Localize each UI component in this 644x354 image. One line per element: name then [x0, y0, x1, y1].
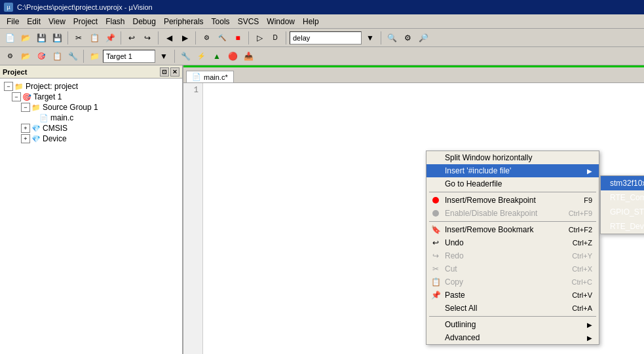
zoom-btn[interactable]: 🔎: [416, 31, 430, 45]
settings-btn[interactable]: ⚙: [400, 31, 415, 45]
ctx-undo[interactable]: ↩ Undo Ctrl+Z: [426, 236, 599, 249]
target-label-input[interactable]: [103, 50, 155, 63]
ctx-paste[interactable]: 📌 Paste Ctrl+V: [426, 289, 599, 302]
expander-target[interactable]: −: [12, 92, 21, 101]
ctx-undo-label: Undo: [445, 238, 464, 247]
expander-device[interactable]: +: [21, 134, 30, 143]
tab-mainc[interactable]: 📄 main.c*: [186, 71, 234, 82]
tb2-btn11[interactable]: 📥: [241, 49, 256, 63]
paste-btn[interactable]: 📌: [103, 31, 117, 45]
target-icon: 🎯: [22, 93, 31, 101]
tb2-btn9[interactable]: ▲: [210, 49, 224, 63]
panel-title: Project: [3, 68, 27, 76]
menu-file[interactable]: File: [3, 16, 23, 27]
app-icon: µ: [4, 3, 13, 12]
menu-help[interactable]: Help: [299, 16, 323, 27]
menu-project[interactable]: Project: [69, 16, 102, 27]
panel-collapse-btn[interactable]: ⊡: [160, 67, 169, 77]
target-input[interactable]: [290, 31, 362, 44]
tb2-btn4[interactable]: 📋: [50, 49, 64, 63]
copy-btn[interactable]: 📋: [87, 31, 102, 45]
ctx-insert-include[interactable]: Insert '#include file' ▶ stm32f10x.h // …: [426, 164, 599, 177]
tree-item-mainc[interactable]: 📄 main.c: [0, 113, 182, 123]
tb2-btn2[interactable]: 📂: [18, 49, 33, 63]
tb2-btn7[interactable]: 🔧: [178, 49, 193, 63]
ctx-insert-label: Insert '#include file': [445, 166, 511, 175]
ctx-select-all[interactable]: Select All Ctrl+A: [426, 302, 599, 315]
ctx-outlining-arrow: ▶: [587, 321, 592, 328]
ctx-advanced[interactable]: Advanced ▶: [426, 331, 599, 344]
menu-view[interactable]: View: [45, 16, 69, 27]
tree-item-project[interactable]: − 📁 Project: project: [0, 81, 182, 92]
green-bar: [183, 65, 644, 67]
tree-item-sourcegroup[interactable]: − 📁 Source Group 1: [0, 102, 182, 113]
menu-edit[interactable]: Edit: [23, 16, 45, 27]
gray-dot-icon: [430, 208, 441, 219]
menu-window[interactable]: Window: [263, 16, 299, 27]
tb2-btn6[interactable]: 📁: [87, 49, 102, 63]
nav-fwd-btn[interactable]: ▶: [178, 31, 192, 45]
cut-btn[interactable]: ✂: [71, 31, 86, 45]
panel-close-btn[interactable]: ✕: [170, 67, 180, 77]
submenu-gpio[interactable]: GPIO_STM32F10x.h // Device:GPIO: [601, 205, 644, 219]
tree-item-device[interactable]: + 💎 Device: [0, 133, 182, 144]
target-label-dropdown[interactable]: ▼: [157, 49, 171, 63]
tb2-btn1[interactable]: ⚙: [3, 49, 17, 63]
target-dropdown-btn[interactable]: ▼: [363, 31, 377, 45]
tree-item-target[interactable]: − 🎯 Target 1: [0, 92, 182, 102]
submenu-rte-device[interactable]: RTE_Device.h // Device:Startup: [601, 219, 644, 234]
open-btn[interactable]: 📂: [18, 31, 33, 45]
save-btn[interactable]: 💾: [34, 31, 48, 45]
submenu-rte-label: RTE_Components.h: [610, 193, 644, 202]
sep2: [121, 31, 121, 44]
tree-label-sourcegroup: Source Group 1: [43, 103, 98, 112]
menu-svcs[interactable]: SVCS: [234, 16, 263, 27]
tb2-btn8[interactable]: ⚡: [194, 49, 208, 63]
rebuild-btn[interactable]: 🔨: [215, 31, 229, 45]
submenu-rte-components[interactable]: RTE_Components.h // Component selection: [601, 190, 644, 205]
ctx-split-window[interactable]: Split Window horizontally: [426, 151, 599, 164]
toolbar-2: ⚙ 📂 🎯 📋 🔧 📁 ▼ 🔧 ⚡ ▲ 🔴 📥: [0, 47, 644, 65]
cut-icon: ✂: [430, 264, 441, 274]
ctx-outlining[interactable]: Outlining ▶: [426, 318, 599, 331]
expander-project[interactable]: −: [4, 82, 13, 91]
expander-cmsis[interactable]: +: [21, 124, 30, 133]
ctx-bookmark[interactable]: 🔖 Insert/Remove Bookmark Ctrl+F2: [426, 223, 599, 236]
search-btn[interactable]: 🔍: [385, 31, 399, 45]
ctx-copy: 📋 Copy Ctrl+C: [426, 275, 599, 289]
submenu-rte-device-label: RTE_Device.h: [610, 222, 644, 231]
undo-btn[interactable]: ↩: [124, 31, 139, 45]
menu-debug[interactable]: Debug: [129, 16, 160, 27]
new-btn[interactable]: 📄: [3, 31, 17, 45]
tree-item-cmsis[interactable]: + 💎 CMSIS: [0, 123, 182, 133]
debug2-btn[interactable]: D: [268, 31, 282, 45]
device-icon: 💎: [31, 135, 41, 143]
tb2-btn5[interactable]: 🔧: [66, 49, 80, 63]
submenu-stm32[interactable]: stm32f10x.h // Device header: [601, 176, 644, 190]
title-text: C:\Projects\poject\project.uvprojx - µVi…: [17, 3, 153, 11]
sep7: [381, 31, 381, 44]
sep4: [195, 31, 196, 44]
nav-back-btn[interactable]: ◀: [162, 31, 176, 45]
panel-header: Project ⊡ ✕: [0, 65, 182, 79]
ctx-outlining-label: Outlining: [445, 320, 476, 329]
tb2-btn3[interactable]: 🎯: [34, 49, 48, 63]
toolbar-1: 📄 📂 💾 💾 ✂ 📋 📌 ↩ ↪ ◀ ▶ ⚙ 🔨 ■ ▷ D ▼ 🔍 ⚙ 🔎: [0, 29, 644, 47]
main-layout: Project ⊡ ✕ − 📁 Project: project − 🎯 Tar…: [0, 65, 644, 354]
menu-peripherals[interactable]: Peripherals: [160, 16, 208, 27]
ctx-breakpoint[interactable]: Insert/Remove Breakpoint F9: [426, 194, 599, 207]
build-btn[interactable]: ⚙: [199, 31, 214, 45]
menu-flash[interactable]: Flash: [102, 16, 128, 27]
tb2-btn10[interactable]: 🔴: [225, 49, 240, 63]
ctx-enable-bp-label: Enable/Disable Breakpoint: [445, 209, 537, 218]
sep6: [286, 31, 286, 44]
ctx-advanced-arrow: ▶: [587, 334, 592, 342]
ctx-goto-header[interactable]: Go to Headerfile: [426, 177, 599, 190]
debug-btn[interactable]: ▷: [252, 31, 267, 45]
save-all-btn[interactable]: 💾: [50, 31, 64, 45]
redo-btn[interactable]: ↪: [140, 31, 155, 45]
context-menu: Split Window horizontally Insert '#inclu…: [426, 150, 599, 345]
menu-tools[interactable]: Tools: [208, 16, 234, 27]
expander-sourcegroup[interactable]: −: [21, 103, 30, 112]
stop-btn[interactable]: ■: [231, 31, 245, 45]
